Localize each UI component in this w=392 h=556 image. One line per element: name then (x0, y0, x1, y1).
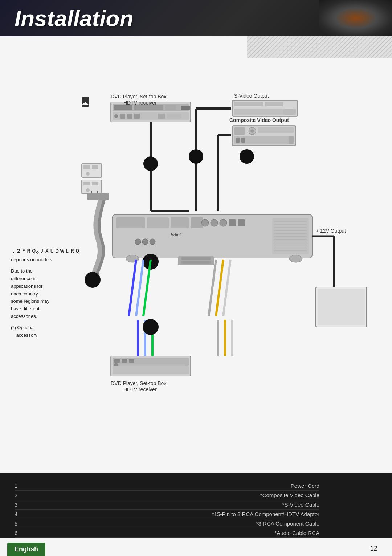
svg-line-84 (216, 260, 223, 316)
svg-rect-26 (241, 138, 245, 143)
legend-row: 2*Composite Video Cable (15, 491, 319, 500)
svg-rect-92 (114, 359, 120, 363)
svg-point-33 (143, 156, 158, 171)
svg-line-80 (129, 260, 136, 316)
legend-item-text: Power Cord (25, 483, 319, 489)
footer-bar: English 12 (0, 538, 392, 556)
svg-rect-2 (114, 105, 132, 110)
optional-text: (*) Optional accessory (11, 324, 83, 339)
svg-point-54 (211, 219, 218, 226)
svg-rect-17 (283, 109, 296, 115)
svg-text:DVD Player, Set-top Box,: DVD Player, Set-top Box, (111, 380, 168, 386)
legend-item-text: *Audio Cable RCA (25, 530, 319, 536)
svg-rect-9 (134, 114, 140, 119)
svg-rect-15 (265, 102, 283, 106)
svg-rect-112 (82, 97, 89, 107)
svg-rect-51 (171, 217, 189, 228)
svg-rect-10 (158, 114, 165, 119)
svg-rect-37 (83, 165, 90, 169)
header: Installation (0, 0, 392, 36)
svg-rect-94 (129, 359, 134, 363)
svg-text:S-Video Output: S-Video Output (234, 93, 269, 99)
svg-text:Hdmi: Hdmi (171, 233, 181, 237)
svg-point-43 (86, 188, 90, 192)
legend-number: 6 (15, 530, 25, 536)
svg-rect-57 (238, 219, 245, 226)
legend-row: 6*Audio Cable RCA (15, 528, 319, 538)
svg-point-104 (143, 319, 159, 335)
svg-rect-42 (92, 182, 98, 185)
svg-point-6 (114, 114, 118, 118)
legend-row: 1Power Cord (15, 481, 319, 491)
legend-item-text: *Composite Video Cable (25, 492, 319, 498)
svg-point-21 (250, 129, 254, 133)
svg-rect-24 (289, 136, 294, 144)
svg-rect-44 (87, 193, 109, 200)
svg-rect-7 (120, 114, 125, 119)
svg-point-74 (126, 255, 139, 262)
svg-rect-14 (234, 102, 263, 106)
svg-rect-22 (258, 127, 294, 133)
svg-rect-3 (134, 105, 163, 110)
svg-rect-89 (318, 289, 365, 325)
svg-line-85 (223, 260, 230, 316)
svg-rect-4 (165, 105, 176, 110)
svg-rect-97 (113, 366, 189, 374)
legend-row: 3*S-Video Cable (15, 500, 319, 510)
svg-point-35 (240, 149, 254, 164)
svg-rect-25 (236, 138, 240, 143)
svg-point-55 (220, 219, 227, 226)
svg-rect-77 (181, 257, 211, 260)
legend-number: 5 (15, 520, 25, 527)
legend-number: 2 (15, 492, 25, 498)
page-number: 12 (370, 545, 377, 552)
svg-line-83 (209, 260, 216, 316)
svg-point-60 (142, 239, 148, 245)
svg-point-75 (289, 255, 302, 262)
svg-point-47 (85, 272, 101, 288)
svg-rect-11 (167, 114, 181, 119)
header-decoration (319, 0, 392, 36)
svg-rect-38 (92, 165, 98, 169)
diagram-area: Hdmi (0, 36, 392, 473)
svg-rect-19 (234, 127, 245, 135)
svg-rect-12 (181, 106, 190, 110)
svg-point-53 (201, 219, 209, 226)
legend-number: 1 (15, 483, 25, 489)
svg-rect-56 (229, 219, 236, 226)
language-label: English (7, 543, 45, 556)
svg-rect-41 (83, 182, 90, 185)
svg-text:HDTV receiver: HDTV receiver (123, 100, 157, 106)
legend-number: 3 (15, 502, 25, 508)
legend-item-text: *15-Pin to 3 RCA Component/HDTV Adaptor (25, 511, 319, 517)
depends-text: depends on models (11, 256, 83, 264)
legend-item-text: *3 RCA Component Cable (25, 520, 319, 527)
svg-line-81 (136, 260, 143, 316)
svg-text:HDTV receiver: HDTV receiver (123, 387, 157, 392)
svg-text:DVD Player, Set-top Box,: DVD Player, Set-top Box, (111, 94, 168, 99)
legend-number: 4 (15, 511, 25, 517)
svg-point-34 (189, 149, 203, 164)
legend-inner: 1Power Cord2*Composite Video Cable3*S-Vi… (15, 481, 319, 547)
svg-rect-49 (116, 217, 145, 228)
svg-rect-8 (127, 114, 132, 119)
svg-rect-78 (181, 261, 211, 264)
legend-row: 5*3 RCA Component Cable (15, 519, 319, 528)
svg-rect-93 (122, 359, 127, 363)
svg-rect-50 (147, 217, 169, 228)
page-title: Installation (15, 5, 133, 31)
left-text-block: ，２ＦＲＱ¿ＪＸＵＤＷＬＲＱ depends on models Due to … (11, 247, 83, 339)
due-to-text: Due to the difference in applications fo… (11, 267, 83, 320)
svg-text:Composite Video Output: Composite Video Output (229, 117, 289, 123)
congratulation-text: ，２ＦＲＱ¿ＪＸＵＤＷＬＲＱ (11, 247, 83, 255)
svg-point-61 (150, 239, 155, 245)
svg-text:+ 12V Output: + 12V Output (316, 228, 346, 234)
svg-point-59 (135, 239, 141, 245)
legend-row: 4*15-Pin to 3 RCA Component/HDTV Adaptor (15, 510, 319, 519)
legend-item-text: *S-Video Cable (25, 502, 319, 508)
svg-point-39 (86, 172, 90, 176)
